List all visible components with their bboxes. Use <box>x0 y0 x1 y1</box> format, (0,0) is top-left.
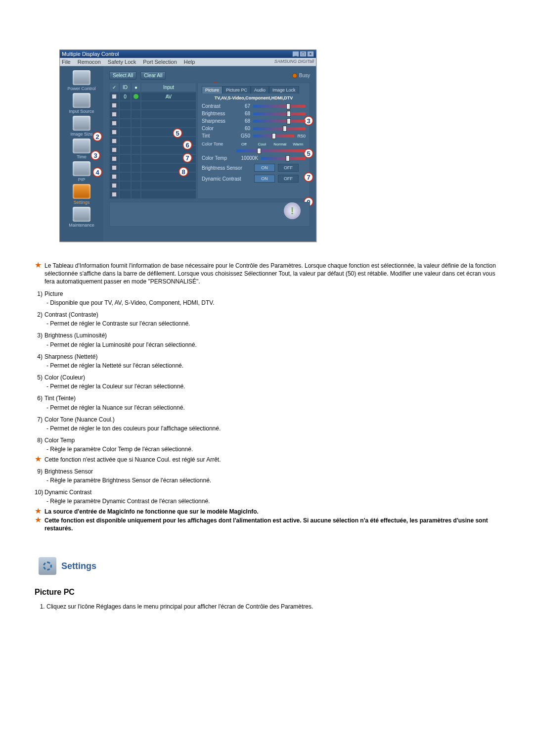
row-checkbox[interactable] <box>112 112 117 117</box>
sidebar-item-power-control[interactable]: Power Control <box>63 70 100 91</box>
row-status <box>131 145 141 154</box>
doc-item: 9)Brightness Sensor <box>35 468 499 475</box>
table-row[interactable] <box>109 190 196 199</box>
sidebar-item-settings[interactable]: Settings <box>63 184 100 205</box>
row-status <box>131 110 141 119</box>
tab-audio[interactable]: Audio <box>251 86 269 94</box>
alert-icon: ! <box>284 202 301 219</box>
clear-all-button[interactable]: Clear All <box>140 71 166 80</box>
brand-label: SAMSUNG DIGITall <box>274 59 314 65</box>
info-table: ✓ ID ● Input ✓0AV <box>109 83 196 199</box>
menu-remocon[interactable]: Remocon <box>78 59 101 65</box>
brightness-value: 68 <box>236 111 250 116</box>
tone-warm[interactable]: Warm <box>291 142 306 146</box>
dynamic-contrast-on[interactable]: ON <box>254 175 275 183</box>
sidebar-item-maintenance[interactable]: Maintenance <box>63 207 100 228</box>
color-slider[interactable] <box>253 127 306 130</box>
table-row[interactable] <box>109 101 196 110</box>
menubar: File Remocon Safety Lock Port Selection … <box>60 58 316 66</box>
close-icon[interactable]: × <box>307 51 314 57</box>
tone-normal[interactable]: Normal <box>272 142 288 146</box>
item-title: Color (Couleur) <box>44 374 85 381</box>
contrast-slider[interactable] <box>253 105 306 108</box>
item-title: Sharpness (Netteté) <box>44 353 97 361</box>
color-temp-slider[interactable] <box>261 157 306 160</box>
row-checkbox[interactable] <box>112 192 117 197</box>
select-all-button[interactable]: Select All <box>109 71 136 80</box>
row-input <box>141 119 196 128</box>
maximize-icon[interactable]: □ <box>300 51 307 57</box>
item-title: Tint (Teinte) <box>44 394 76 402</box>
menu-file[interactable]: File <box>62 59 71 65</box>
item-title: Contrast (Contraste) <box>44 311 98 319</box>
tint-slider[interactable] <box>253 135 294 138</box>
row-input: AV <box>141 92 196 101</box>
dynamic-contrast-row: Dynamic Contrast ON OFF <box>202 175 306 183</box>
brightness-sensor-label: Brightness Sensor <box>202 165 251 171</box>
tab-picture-pc[interactable]: Picture PC <box>222 86 251 94</box>
busy-indicator: Busy <box>292 73 310 78</box>
maintenance-icon <box>73 207 90 222</box>
row-checkbox[interactable] <box>112 139 117 143</box>
settings-cube-icon <box>39 557 56 575</box>
input-icon <box>73 93 90 108</box>
item-desc: - Règle le paramètre Dynamic Contrast de… <box>46 497 499 505</box>
row-input <box>141 101 196 110</box>
row-checkbox[interactable] <box>112 183 117 188</box>
brightness-sensor-off[interactable]: OFF <box>278 164 299 172</box>
row-checkbox[interactable] <box>112 121 117 126</box>
menu-help[interactable]: Help <box>184 59 195 65</box>
gear-icon <box>43 562 52 570</box>
brightness-slider[interactable] <box>253 112 306 115</box>
row-checkbox[interactable] <box>112 130 117 135</box>
row-id <box>119 172 131 181</box>
brightness-sensor-on[interactable]: ON <box>254 164 275 172</box>
row-checkbox[interactable] <box>112 165 117 170</box>
tint-label: Tint <box>202 133 233 139</box>
sources-label: TV,AV,S-Video,Component,HDMI,DTV <box>202 95 306 100</box>
table-row[interactable] <box>109 181 196 190</box>
menu-port-selection[interactable]: Port Selection <box>143 59 177 65</box>
color-tone-slider[interactable] <box>236 149 306 152</box>
table-row[interactable]: ✓0AV <box>109 92 196 101</box>
doc-item: 8)Color Temp <box>35 436 499 444</box>
callout-3: 3 <box>90 150 100 160</box>
callout-2: 2 <box>92 132 102 142</box>
row-input <box>141 181 196 190</box>
row-checkbox[interactable] <box>112 147 117 152</box>
menu-safety-lock[interactable]: Safety Lock <box>108 59 136 65</box>
table-row[interactable] <box>109 119 196 128</box>
sharpness-slider[interactable] <box>253 120 306 123</box>
item-number: 5) <box>35 374 44 381</box>
sidebar-label: Image Size <box>70 132 92 137</box>
intro-text: Le Tableau d'Information fournit l'infor… <box>44 262 499 286</box>
document-body: ★ Le Tableau d'Information fournit l'inf… <box>35 262 499 611</box>
doc-item: 4)Sharpness (Netteté) <box>35 353 499 361</box>
dynamic-contrast-off[interactable]: OFF <box>278 175 299 183</box>
star-icon: ★ <box>35 508 44 515</box>
settings-title: Settings <box>61 560 96 572</box>
tone-cool[interactable]: Cool <box>255 142 270 146</box>
doc-item: 1)Picture <box>35 290 499 298</box>
minimize-icon[interactable]: _ <box>292 51 299 57</box>
sidebar-item-input-source[interactable]: Input Source <box>63 93 100 114</box>
row-status <box>131 163 141 172</box>
item-title: Color Temp <box>44 436 75 444</box>
table-row[interactable] <box>109 128 196 137</box>
table-row[interactable] <box>109 110 196 119</box>
row-checkbox[interactable] <box>112 156 117 161</box>
color-temp-label: Color Temp <box>202 155 233 161</box>
tab-image-lock[interactable]: Image Lock <box>269 86 299 94</box>
row-input <box>141 128 196 137</box>
tone-off[interactable]: Off <box>236 142 252 146</box>
item-number: 2) <box>35 311 44 319</box>
footer-panel: ! <box>109 202 310 227</box>
callout-7: 7 <box>182 153 192 163</box>
row-checkbox[interactable] <box>112 174 117 179</box>
item-title: Brightness Sensor <box>44 468 93 475</box>
row-checkbox[interactable] <box>112 103 117 108</box>
color-value: 60 <box>236 126 250 131</box>
row-checkbox[interactable]: ✓ <box>112 94 117 99</box>
tab-picture[interactable]: Picture <box>202 86 222 94</box>
steps-list: Cliquez sur l'icône Réglages dans le men… <box>46 603 499 611</box>
